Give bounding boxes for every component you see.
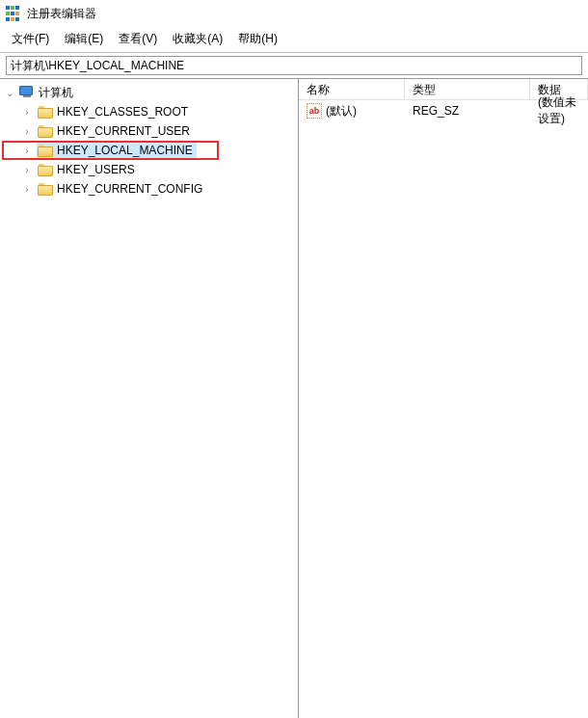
string-value-icon: ab <box>307 103 322 119</box>
expand-icon[interactable]: › <box>21 165 33 175</box>
expand-icon[interactable]: › <box>21 126 33 137</box>
tree-panel[interactable]: ⌄ 计算机 › HKEY_CLASSES_ROOT › HKEY_CURRENT… <box>0 79 299 718</box>
tree-item-label: HKEY_CURRENT_USER <box>57 124 190 138</box>
regedit-icon <box>6 6 21 21</box>
collapse-icon[interactable]: ⌄ <box>4 88 15 98</box>
column-type[interactable]: 类型 <box>405 79 530 99</box>
folder-icon <box>38 164 53 176</box>
expand-icon[interactable]: › <box>21 184 33 195</box>
tree-item-label: HKEY_LOCAL_MACHINE <box>57 144 193 157</box>
menu-help[interactable]: 帮助(H) <box>232 29 283 49</box>
menu-file[interactable]: 文件(F) <box>6 29 55 49</box>
tree-item-label: HKEY_CURRENT_CONFIG <box>57 182 202 196</box>
app-title: 注册表编辑器 <box>27 6 96 22</box>
folder-icon <box>38 106 53 119</box>
expand-icon[interactable]: › <box>21 107 33 118</box>
main-area: ⌄ 计算机 › HKEY_CLASSES_ROOT › HKEY_CURRENT… <box>0 79 588 718</box>
menu-bar: 文件(F) 编辑(E) 查看(V) 收藏夹(A) 帮助(H) <box>0 27 588 53</box>
tree-item-hku[interactable]: › HKEY_USERS <box>2 160 296 179</box>
tree-item-label: HKEY_CLASSES_ROOT <box>57 105 188 119</box>
tree-item-hkcr[interactable]: › HKEY_CLASSES_ROOT <box>2 102 296 121</box>
value-data: (数值未设置) <box>530 93 588 129</box>
expand-icon[interactable]: › <box>21 146 33 156</box>
tree-item-label: HKEY_USERS <box>57 163 135 176</box>
title-bar: 注册表编辑器 <box>0 0 588 27</box>
column-name[interactable]: 名称 <box>299 79 405 99</box>
menu-favorites[interactable]: 收藏夹(A) <box>167 29 228 49</box>
address-bar <box>0 53 588 79</box>
values-panel: 名称 类型 数据 ab (默认) REG_SZ (数值未设置) <box>299 79 588 718</box>
tree-item-hkcu[interactable]: › HKEY_CURRENT_USER <box>2 121 296 141</box>
folder-icon <box>38 125 53 138</box>
computer-icon <box>19 86 35 99</box>
folder-icon <box>38 145 53 157</box>
menu-view[interactable]: 查看(V) <box>113 29 163 49</box>
menu-edit[interactable]: 编辑(E) <box>59 29 109 49</box>
value-row[interactable]: ab (默认) REG_SZ (数值未设置) <box>299 100 588 121</box>
tree-item-hklm[interactable]: › HKEY_LOCAL_MACHINE <box>2 141 219 160</box>
tree-root-computer[interactable]: ⌄ 计算机 <box>2 83 296 102</box>
tree-root-label: 计算机 <box>39 85 73 101</box>
folder-icon <box>38 183 53 196</box>
tree-item-hkcc[interactable]: › HKEY_CURRENT_CONFIG <box>2 179 296 199</box>
value-name: (默认) <box>326 103 357 120</box>
address-input[interactable] <box>6 56 582 75</box>
value-type: REG_SZ <box>405 102 530 120</box>
